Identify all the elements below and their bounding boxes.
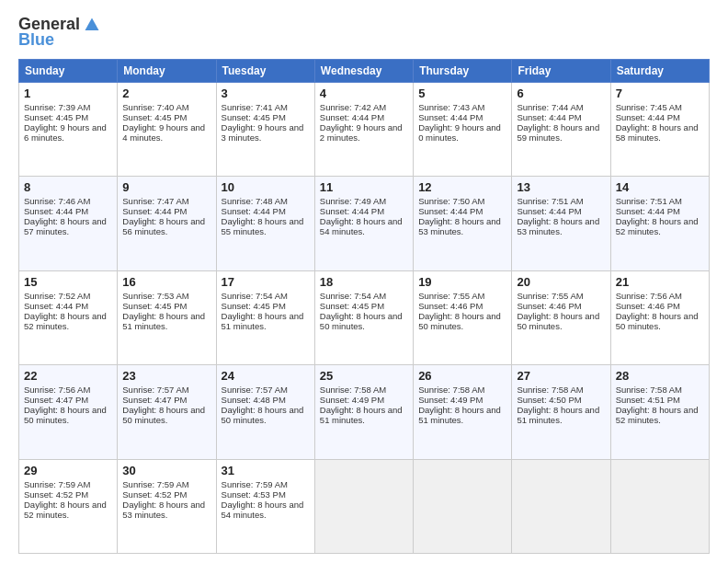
- sunrise-label: Sunrise: 7:56 AM: [24, 385, 90, 395]
- sunrise-label: Sunrise: 7:51 AM: [517, 196, 583, 206]
- sunrise-label: Sunrise: 7:49 AM: [320, 196, 386, 206]
- daylight-label: Daylight: 8 hours and 50 minutes.: [222, 405, 304, 425]
- daylight-label: Daylight: 8 hours and 50 minutes.: [320, 311, 403, 331]
- sunrise-label: Sunrise: 7:51 AM: [616, 196, 682, 206]
- sunset-label: Sunset: 4:48 PM: [222, 395, 286, 405]
- sunrise-label: Sunrise: 7:58 AM: [517, 385, 583, 395]
- calendar-cell: 18 Sunrise: 7:54 AM Sunset: 4:45 PM Dayl…: [314, 270, 413, 364]
- sunrise-label: Sunrise: 7:47 AM: [122, 196, 188, 206]
- calendar-cell: 26 Sunrise: 7:58 AM Sunset: 4:49 PM Dayl…: [414, 365, 512, 459]
- sunrise-label: Sunrise: 7:46 AM: [24, 196, 90, 206]
- daylight-label: Daylight: 8 hours and 51 minutes.: [418, 405, 501, 425]
- weekday-header: Sunday: [19, 60, 118, 83]
- calendar-cell: 24 Sunrise: 7:57 AM Sunset: 4:48 PM Dayl…: [216, 365, 314, 459]
- sunset-label: Sunset: 4:44 PM: [222, 206, 286, 216]
- calendar-header-row: SundayMondayTuesdayWednesdayThursdayFrid…: [19, 60, 710, 83]
- page: General Blue SundayMondayTuesdayWednesda…: [0, 0, 728, 563]
- day-number: 24: [222, 369, 310, 383]
- daylight-label: Daylight: 8 hours and 50 minutes.: [122, 405, 205, 425]
- sunrise-label: Sunrise: 7:50 AM: [418, 196, 484, 206]
- day-number: 26: [418, 369, 506, 383]
- calendar-cell: 14 Sunrise: 7:51 AM Sunset: 4:44 PM Dayl…: [610, 177, 709, 270]
- day-number: 31: [222, 464, 310, 477]
- sunset-label: Sunset: 4:45 PM: [24, 112, 88, 122]
- sunrise-label: Sunrise: 7:53 AM: [122, 291, 188, 301]
- sunset-label: Sunset: 4:46 PM: [418, 301, 483, 311]
- daylight-label: Daylight: 8 hours and 56 minutes.: [122, 216, 205, 236]
- sunrise-label: Sunrise: 7:39 AM: [24, 102, 90, 112]
- calendar-cell: 21 Sunrise: 7:56 AM Sunset: 4:46 PM Dayl…: [610, 270, 709, 364]
- calendar-cell: [512, 459, 610, 553]
- sunset-label: Sunset: 4:44 PM: [24, 301, 88, 311]
- svg-marker-0: [85, 17, 99, 30]
- weekday-header: Monday: [118, 60, 216, 83]
- sunset-label: Sunset: 4:44 PM: [320, 206, 384, 216]
- daylight-label: Daylight: 9 hours and 0 minutes.: [418, 122, 501, 143]
- sunrise-label: Sunrise: 7:59 AM: [222, 479, 288, 489]
- sunrise-label: Sunrise: 7:42 AM: [320, 102, 386, 112]
- daylight-label: Daylight: 8 hours and 52 minutes.: [616, 405, 699, 425]
- sunset-label: Sunset: 4:47 PM: [24, 395, 88, 405]
- logo: General Blue: [18, 15, 100, 50]
- calendar-table: SundayMondayTuesdayWednesdayThursdayFrid…: [18, 59, 710, 554]
- sunset-label: Sunset: 4:44 PM: [418, 112, 483, 122]
- sunset-label: Sunset: 4:44 PM: [320, 112, 384, 122]
- sunrise-label: Sunrise: 7:56 AM: [616, 291, 682, 301]
- calendar-cell: 31 Sunrise: 7:59 AM Sunset: 4:53 PM Dayl…: [216, 459, 314, 553]
- day-number: 4: [320, 86, 408, 100]
- sunset-label: Sunset: 4:45 PM: [122, 112, 187, 122]
- sunrise-label: Sunrise: 7:40 AM: [122, 102, 188, 112]
- calendar-cell: 25 Sunrise: 7:58 AM Sunset: 4:49 PM Dayl…: [314, 365, 413, 459]
- day-number: 9: [122, 180, 210, 194]
- day-number: 13: [517, 180, 605, 194]
- calendar-cell: 20 Sunrise: 7:55 AM Sunset: 4:46 PM Dayl…: [512, 270, 610, 364]
- daylight-label: Daylight: 8 hours and 51 minutes.: [517, 405, 599, 425]
- calendar-cell: 10 Sunrise: 7:48 AM Sunset: 4:44 PM Dayl…: [216, 177, 314, 270]
- daylight-label: Daylight: 8 hours and 53 minutes.: [122, 500, 205, 520]
- calendar-cell: 23 Sunrise: 7:57 AM Sunset: 4:47 PM Dayl…: [118, 365, 216, 459]
- weekday-header: Friday: [512, 60, 610, 83]
- daylight-label: Daylight: 8 hours and 51 minutes.: [122, 311, 205, 331]
- sunrise-label: Sunrise: 7:45 AM: [616, 102, 682, 112]
- sunset-label: Sunset: 4:44 PM: [517, 206, 581, 216]
- sunrise-label: Sunrise: 7:58 AM: [320, 385, 386, 395]
- sunset-label: Sunset: 4:49 PM: [418, 395, 483, 405]
- day-number: 12: [418, 180, 506, 194]
- calendar-cell: 17 Sunrise: 7:54 AM Sunset: 4:45 PM Dayl…: [216, 270, 314, 364]
- sunset-label: Sunset: 4:44 PM: [24, 206, 88, 216]
- day-number: 28: [616, 369, 704, 383]
- day-number: 8: [24, 180, 112, 194]
- daylight-label: Daylight: 8 hours and 53 minutes.: [517, 216, 599, 236]
- sunrise-label: Sunrise: 7:57 AM: [122, 385, 188, 395]
- sunset-label: Sunset: 4:53 PM: [222, 489, 286, 500]
- weekday-header: Wednesday: [314, 60, 413, 83]
- sunset-label: Sunset: 4:44 PM: [418, 206, 483, 216]
- daylight-label: Daylight: 8 hours and 51 minutes.: [222, 311, 304, 331]
- calendar-cell: 28 Sunrise: 7:58 AM Sunset: 4:51 PM Dayl…: [610, 365, 709, 459]
- weekday-header: Tuesday: [216, 60, 314, 83]
- daylight-label: Daylight: 8 hours and 53 minutes.: [418, 216, 501, 236]
- calendar-cell: 5 Sunrise: 7:43 AM Sunset: 4:44 PM Dayli…: [414, 83, 512, 177]
- calendar-cell: 30 Sunrise: 7:59 AM Sunset: 4:52 PM Dayl…: [118, 459, 216, 553]
- header: General Blue: [18, 15, 710, 50]
- daylight-label: Daylight: 9 hours and 4 minutes.: [122, 122, 205, 143]
- sunrise-label: Sunrise: 7:57 AM: [222, 385, 288, 395]
- calendar-cell: 7 Sunrise: 7:45 AM Sunset: 4:44 PM Dayli…: [610, 83, 709, 177]
- day-number: 21: [616, 275, 704, 289]
- daylight-label: Daylight: 8 hours and 52 minutes.: [24, 500, 107, 520]
- logo-icon: [84, 17, 100, 33]
- weekday-header: Thursday: [414, 60, 512, 83]
- day-number: 7: [616, 86, 704, 100]
- calendar-cell: 3 Sunrise: 7:41 AM Sunset: 4:45 PM Dayli…: [216, 83, 314, 177]
- sunset-label: Sunset: 4:52 PM: [122, 489, 187, 500]
- daylight-label: Daylight: 8 hours and 54 minutes.: [320, 216, 403, 236]
- daylight-label: Daylight: 8 hours and 57 minutes.: [24, 216, 107, 236]
- daylight-label: Daylight: 9 hours and 2 minutes.: [320, 122, 403, 143]
- sunset-label: Sunset: 4:44 PM: [517, 112, 581, 122]
- day-number: 30: [122, 464, 210, 477]
- day-number: 29: [24, 464, 112, 477]
- calendar-cell: 6 Sunrise: 7:44 AM Sunset: 4:44 PM Dayli…: [512, 83, 610, 177]
- sunset-label: Sunset: 4:44 PM: [616, 112, 680, 122]
- logo-blue: Blue: [18, 30, 54, 50]
- sunset-label: Sunset: 4:51 PM: [616, 395, 680, 405]
